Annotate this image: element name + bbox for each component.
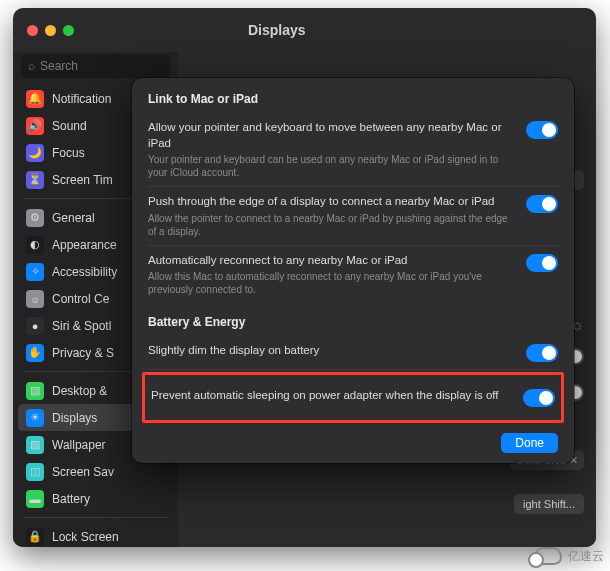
- sidebar-item-label: Screen Sav: [52, 465, 114, 479]
- sidebar-icon: ⌾: [26, 290, 44, 308]
- section-link: Allow your pointer and keyboard to move …: [148, 113, 558, 303]
- setting-text: Prevent automatic sleeping on power adap…: [151, 388, 513, 404]
- sidebar-item-label: General: [52, 211, 95, 225]
- link-toggle-0[interactable]: [526, 121, 558, 139]
- setting-title: Prevent automatic sleeping on power adap…: [151, 388, 513, 404]
- search-icon: ⌕: [28, 59, 35, 73]
- sidebar-icon: ▨: [26, 436, 44, 454]
- sidebar-item-label: Displays: [52, 411, 97, 425]
- setting-text: Allow your pointer and keyboard to move …: [148, 120, 516, 179]
- sidebar-icon: ◫: [26, 463, 44, 481]
- sidebar-item-label: Desktop &: [52, 384, 107, 398]
- battery-toggle-1[interactable]: [523, 389, 555, 407]
- close-icon[interactable]: [27, 25, 38, 36]
- sidebar-item-label: Notification: [52, 92, 111, 106]
- sidebar-item-lock-screen[interactable]: 🔒Lock Screen: [18, 523, 173, 547]
- cloud-icon: [534, 547, 562, 565]
- link-row-1: Push through the edge of a display to co…: [148, 187, 558, 246]
- setting-desc: Allow the pointer to connect to a nearby…: [148, 212, 516, 238]
- sidebar-icon: ☀: [26, 409, 44, 427]
- watermark-text: 亿速云: [568, 548, 604, 565]
- sidebar-item-label: Screen Tim: [52, 173, 113, 187]
- sidebar-icon: ●: [26, 317, 44, 335]
- sidebar-divider: [23, 517, 168, 518]
- battery-row-0: Slightly dim the display on battery: [148, 336, 558, 370]
- sidebar-icon: ⚙: [26, 209, 44, 227]
- sidebar-icon: 🔊: [26, 117, 44, 135]
- setting-title: Push through the edge of a display to co…: [148, 194, 516, 210]
- watermark: 亿速云: [534, 547, 604, 565]
- sidebar-item-label: Battery: [52, 492, 90, 506]
- section-battery: Slightly dim the display on batteryPreve…: [148, 336, 558, 423]
- sidebar-icon: ✧: [26, 263, 44, 281]
- search-placeholder: Search: [40, 59, 78, 73]
- sidebar-item-label: Appearance: [52, 238, 117, 252]
- highlight-box: Prevent automatic sleeping on power adap…: [142, 372, 564, 423]
- window-title: Displays: [248, 22, 306, 38]
- sidebar-item-label: Wallpaper: [52, 438, 106, 452]
- sidebar-icon: ◐: [26, 236, 44, 254]
- section-battery-title: Battery & Energy: [148, 315, 558, 329]
- sidebar-item-label: Privacy & S: [52, 346, 114, 360]
- sidebar-icon: ⏳: [26, 171, 44, 189]
- setting-text: Slightly dim the display on battery: [148, 343, 516, 359]
- window-controls: [27, 25, 74, 36]
- link-toggle-1[interactable]: [526, 195, 558, 213]
- sidebar-icon: ▧: [26, 382, 44, 400]
- setting-title: Allow your pointer and keyboard to move …: [148, 120, 516, 151]
- sidebar-item-label: Siri & Spotl: [52, 319, 111, 333]
- setting-desc: Allow this Mac to automatically reconnec…: [148, 270, 516, 296]
- search-input[interactable]: ⌕ Search: [21, 54, 170, 78]
- done-button[interactable]: Done: [501, 433, 558, 453]
- sidebar-icon: ▬: [26, 490, 44, 508]
- sidebar-item-label: Control Ce: [52, 292, 109, 306]
- sidebar-icon: 🔔: [26, 90, 44, 108]
- sidebar-item-label: Accessibility: [52, 265, 117, 279]
- setting-desc: Your pointer and keyboard can be used on…: [148, 153, 516, 179]
- sidebar-icon: 🌙: [26, 144, 44, 162]
- setting-title: Slightly dim the display on battery: [148, 343, 516, 359]
- battery-row-1: Prevent automatic sleeping on power adap…: [151, 381, 555, 414]
- battery-toggle-0[interactable]: [526, 344, 558, 362]
- sidebar-icon: ✋: [26, 344, 44, 362]
- setting-title: Automatically reconnect to any nearby Ma…: [148, 253, 516, 269]
- sheet-footer: Done: [148, 423, 558, 453]
- sidebar-item-label: Focus: [52, 146, 85, 160]
- advanced-sheet: Link to Mac or iPad Allow your pointer a…: [132, 78, 574, 463]
- titlebar: Displays: [13, 8, 596, 52]
- night-shift-button[interactable]: ight Shift...: [514, 494, 584, 514]
- zoom-icon[interactable]: [63, 25, 74, 36]
- link-row-2: Automatically reconnect to any nearby Ma…: [148, 246, 558, 304]
- sidebar-item-label: Lock Screen: [52, 530, 119, 544]
- sidebar-item-label: Sound: [52, 119, 87, 133]
- sidebar-icon: 🔒: [26, 528, 44, 546]
- sidebar-item-battery[interactable]: ▬Battery: [18, 485, 173, 512]
- setting-text: Automatically reconnect to any nearby Ma…: [148, 253, 516, 297]
- setting-text: Push through the edge of a display to co…: [148, 194, 516, 238]
- link-toggle-2[interactable]: [526, 254, 558, 272]
- section-link-title: Link to Mac or iPad: [148, 92, 558, 106]
- minimize-icon[interactable]: [45, 25, 56, 36]
- link-row-0: Allow your pointer and keyboard to move …: [148, 113, 558, 187]
